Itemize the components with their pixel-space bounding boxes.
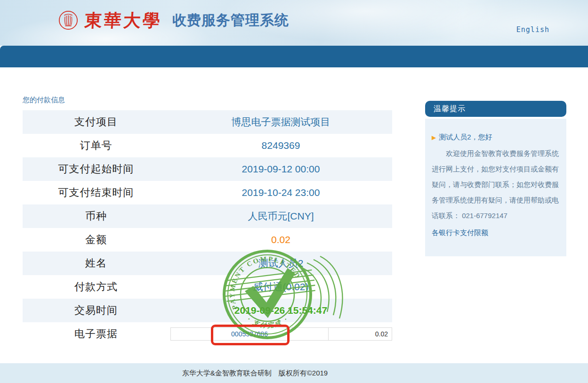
row-label: 可支付起始时间 (23, 162, 169, 176)
row-value: 0.02 (169, 234, 392, 245)
table-row: 支付项目 博思电子票据测试项目 (23, 110, 392, 134)
table-row: 可支付结束时间 2019-10-24 23:00 (23, 181, 392, 204)
row-label: 支付项目 (23, 115, 169, 129)
section-title: 您的付款信息 (23, 96, 65, 105)
table-row: 付款方式 威付通(0.02) (23, 275, 392, 299)
row-label: 订单号 (23, 139, 169, 153)
main-nav-bar (0, 46, 588, 67)
row-label: 交易时间 (23, 303, 169, 318)
page-footer: 东华大学&金智教育联合研制 版权所有©2019 (0, 363, 588, 383)
row-value: 0005537686 0.02 (169, 327, 392, 341)
row-value: 威付通(0.02) (169, 280, 392, 293)
table-row: 金额 0.02 (23, 228, 392, 252)
main-content: 您的付款信息 支付项目 博思电子票据测试项目 订单号 8249369 可支付起始… (0, 67, 588, 363)
row-label: 可支付结束时间 (23, 186, 169, 200)
row-value: 2019-10-24 23:00 (169, 187, 392, 198)
row-value: 8249369 (169, 140, 392, 151)
brand: 東華大學 收费服务管理系统 (58, 9, 289, 31)
english-language-link[interactable]: English (516, 25, 549, 34)
tips-message: 欢迎使用金智教育收费服务管理系统进行网上支付，如您对支付项目或金额有疑问，请与收… (432, 146, 560, 223)
row-label: 币种 (23, 209, 169, 223)
university-name: 東華大學 (84, 9, 162, 31)
university-seal-icon (58, 10, 78, 30)
system-title: 收费服务管理系统 (172, 9, 289, 31)
row-value: 博思电子票据测试项目 (169, 115, 392, 129)
row-label: 姓名 (23, 256, 169, 270)
payment-info-table: 支付项目 博思电子票据测试项目 订单号 8249369 可支付起始时间 2019… (23, 110, 392, 346)
table-row: 币种 人民币元[CNY] (23, 204, 392, 228)
table-row: 可支付起始时间 2019-09-12 00:00 (23, 157, 392, 181)
page: 東華大學 收费服务管理系统 English 您的付款信息 支付项目 博思电子票据… (0, 0, 588, 383)
tips-sidebar-title: 温馨提示 (425, 101, 566, 117)
tips-sidebar-body: ▶ 测试人员2，您好 欢迎使用金智教育收费服务管理系统进行网上支付，如您对支付项… (425, 119, 566, 256)
row-label: 电子票据 (23, 327, 169, 341)
table-row: 订单号 8249369 (23, 134, 392, 157)
row-value: 测试人员2 (169, 257, 392, 270)
copyright-text: 东华大学&金智教育联合研制 版权所有©2019 (0, 363, 510, 383)
receipt-amount: 0.02 (329, 328, 392, 340)
receipt-number[interactable]: 0005537686 (171, 328, 329, 340)
table-row-receipt: 电子票据 0005537686 0.02 (23, 322, 392, 346)
page-header: 東華大學 收费服务管理系统 English (0, 0, 588, 46)
arrow-right-icon: ▶ (432, 134, 436, 141)
user-greeting-text: 测试人员2，您好 (439, 133, 492, 142)
row-value: 2019-09-12 00:00 (169, 163, 392, 175)
row-label: 付款方式 (23, 280, 169, 294)
table-row: 交易时间 2019-09-26 15:54:47 (23, 299, 392, 322)
user-greeting: ▶ 测试人员2，您好 (432, 133, 560, 142)
receipt-inner-table: 0005537686 0.02 (170, 327, 392, 341)
table-row: 姓名 测试人员2 (23, 252, 392, 275)
payment-rows: 支付项目 博思电子票据测试项目 订单号 8249369 可支付起始时间 2019… (23, 110, 392, 322)
row-value: 2019-09-26 15:54:47 (169, 305, 392, 316)
bank-card-limit-link[interactable]: 各银行卡支付限额 (432, 225, 488, 240)
row-label: 金额 (23, 233, 169, 247)
row-value: 人民币元[CNY] (169, 210, 392, 223)
tips-sidebar: 温馨提示 ▶ 测试人员2，您好 欢迎使用金智教育收费服务管理系统进行网上支付，如… (425, 101, 566, 256)
